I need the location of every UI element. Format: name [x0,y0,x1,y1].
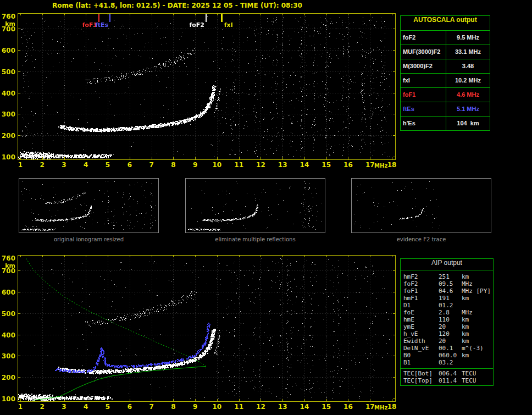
aip-param-unit: km [462,352,493,359]
autoscala-param-value: 5.1 MHz [446,102,490,116]
aip-param-name: B0 [403,352,439,359]
marker-label-ftEs: ftEs [95,21,108,29]
aip-param-name: hmE [403,316,439,323]
aip-param-unit: TECU [462,370,493,377]
x-tick-label: 12 [254,161,267,169]
aip-param-name: TEC[Bot] [403,370,439,377]
x-tick-label: 14 [298,161,311,169]
y-tick-label: 500 [1,310,15,318]
autoscala-table-rows: foF29.5 MHzMUF(3000)F233.1 MHzM(3000)F23… [401,31,490,130]
y-tick-label: 200 [1,132,15,140]
aip-param-unit: km [462,295,493,302]
y-tick-label: 760 [1,13,15,20]
panel-eliminate-canvas [186,179,325,233]
x-tick-label: 1 [14,161,27,169]
y-tick-label: 200 [1,374,15,381]
x-tick-label: 5 [101,161,114,169]
y-tick-label: 600 [1,289,15,296]
x-tick-label: 6 [123,161,136,169]
aip-param-unit: km [462,316,493,323]
x-tick-label: 10 [210,403,224,411]
x-tick-label: 2 [36,161,49,169]
table-row: fxI10.2 MHz [401,74,490,88]
x-tick-label: 10 [210,161,224,169]
x-tick-label: 11 [232,161,246,169]
aip-param-unit: MHz [462,309,493,316]
x-tick-label: 5 [101,403,114,411]
ionogram-top-canvas [18,14,395,159]
table-row: foF14.6 MHz [401,88,490,102]
aip-param-value: 006.4 [439,370,462,377]
aip-param-name: TEC[Top] [403,377,439,384]
x-tick-label: 7 [145,403,158,411]
table-row: ftEs5.1 MHz [401,102,490,117]
marker-line-foF1 [98,14,99,22]
autoscala-output-table: AUTOSCALA output foF29.5 MHzMUF(3000)F23… [400,15,490,131]
aip-param-unit: km [462,323,493,330]
y-tick-label: 100 [1,395,15,403]
table-row: foE2.8MHz [401,309,493,316]
aip-param-name: DelN_vE [403,345,439,352]
x-tick-label: 1 [14,403,27,411]
table-row: TEC[Top]011.4TECU [401,377,493,384]
aip-table-title: AIP output [401,259,493,270]
table-row: ymE20km [401,323,493,330]
table-row: TEC[Bot]006.4TECU [401,370,493,377]
table-row: h_vE120km [401,330,493,337]
aip-param-value: 20 [439,323,462,330]
x-tick-label: 15 [320,161,333,169]
x-tick-label: 16 [341,403,354,411]
x-tick-label: 8 [167,403,180,411]
aip-param-value: 060.0 [439,352,462,359]
x-axis-unit: MHz [374,163,387,169]
aip-param-name: foF1 [403,287,439,295]
aip-param-value: 251 [439,273,462,280]
aip-param-name: foF2 [403,280,439,287]
x-tick-label: 11 [232,403,246,411]
x-tick-label: 3 [58,161,71,169]
panel-evidence-canvas [352,179,491,233]
x-tick-label: 8 [167,161,180,169]
table-row: foF104.6MHz[PY] [401,287,493,295]
y-tick-label: 400 [1,90,15,97]
aip-param-value: 120 [439,330,462,337]
y-tick-label: 100 [1,153,15,161]
ionogram-top-plot [18,13,396,160]
table-row: foF29.5 MHz [401,31,490,45]
aip-param-name: foE [403,309,439,316]
aip-param-value: 03.2 [439,359,462,366]
aip-param-unit [462,359,493,366]
y-tick-label: 300 [1,352,15,360]
table-row: B103.2 [401,359,493,366]
aip-param-value: 2.8 [439,309,462,316]
marker-line-fxI [221,14,223,22]
autoscala-screen: Rome (lat: +41.8, lon: 012.5) - DATE: 20… [0,0,532,415]
autoscala-param-label: foF2 [401,31,446,45]
x-axis-unit: MHz [374,405,387,411]
panel-label-evidence: evidence F2 trace [351,236,491,242]
aip-param-name: h_vE [403,330,439,337]
table-row: hmF2251km [401,273,493,280]
autoscala-param-value: 33.1 MHz [446,45,490,59]
aip-param-name: ymE [403,323,439,330]
panel-label-original: original ionogram resized [19,236,159,242]
autoscala-param-value: 104 km [446,117,490,130]
panel-label-eliminate: eliminate multiple reflections [185,236,325,242]
aip-param-unit: km [462,337,493,345]
ionogram-bottom-canvas [18,256,395,401]
aip-param-unit: km [462,330,493,337]
x-tick-label: 3 [58,403,71,411]
aip-param-unit: TECU [462,377,493,384]
table-row: MUF(3000)F233.1 MHz [401,45,490,59]
table-row: D101.2 [401,302,493,309]
table-row: hmE110km [401,316,493,323]
autoscala-param-label: fxI [401,74,446,87]
y-tick-label: 760 [1,254,15,262]
x-tick-label: 14 [298,403,311,411]
aip-param-unit: km [462,273,493,280]
aip-param-value: 20 [439,337,462,345]
x-tick-label: 13 [276,403,289,411]
y-tick-label: 500 [1,68,15,76]
aip-param-value: 00.1 [439,345,462,352]
aip-output-table: AIP output hmF2251kmfoF209.5MHzfoF104.6M… [400,258,494,386]
